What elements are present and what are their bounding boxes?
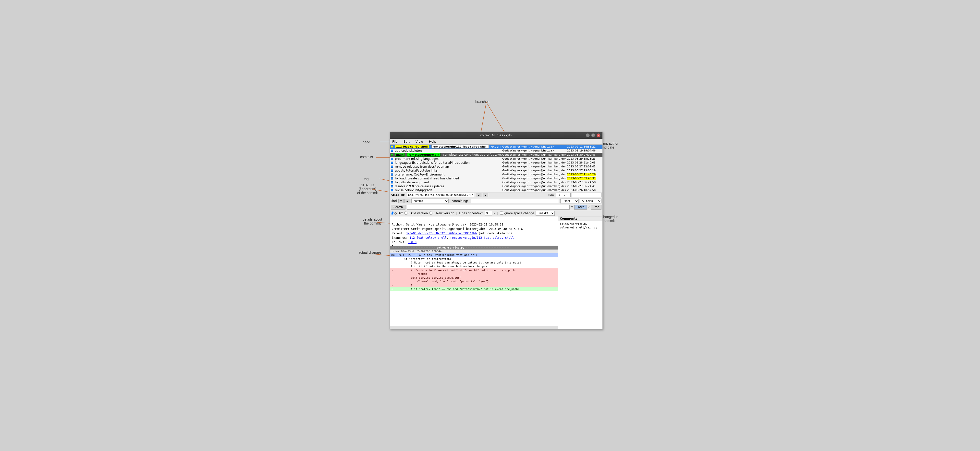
table-row[interactable]: disable 0.9.0 pre-release updates Gerit … xyxy=(390,184,603,188)
comments-header: Comments xyxy=(558,217,603,221)
table-row[interactable]: org rename: CoLRev-Environment Gerit Wag… xyxy=(390,172,603,177)
find-options: Exact IgnCase Regexp All fields Headline… xyxy=(560,199,601,204)
ignore-space-checkbox[interactable]: Ignore space change xyxy=(500,212,534,215)
diff-file-header: --------------------------- colrev/servi… xyxy=(390,246,558,250)
commit-graph: 112-feat-colrev-shell remotes/origin/112… xyxy=(390,145,603,192)
files-list: colrev/service.py colrev/ui_shell/main.p… xyxy=(558,221,603,329)
file-entry[interactable]: colrev/ui_shell/main.py xyxy=(560,226,601,229)
gitk-window: colrev: All files - gitk ─ □ ✕ File Edit… xyxy=(390,132,603,330)
search-input[interactable] xyxy=(407,205,570,210)
label-head: head xyxy=(363,140,370,144)
table-row[interactable]: 112-feat-colrev-shell remotes/origin/112… xyxy=(390,145,603,149)
h-scrollbar[interactable] xyxy=(390,326,558,329)
menu-bar: File Edit View Help xyxy=(390,139,603,145)
menu-edit[interactable]: Edit xyxy=(402,139,411,144)
row-search-input[interactable] xyxy=(572,193,601,197)
search-row: Search ◆ Patch ◇ Tree xyxy=(390,204,603,210)
branch-link-2[interactable]: remotes/origin/112-feat-colrev-shell xyxy=(450,236,514,239)
diff-hunk-line: @@ -59,11 +59,16 @@ class Event(LoggingE… xyxy=(390,253,558,257)
find-next-button[interactable]: ▲ xyxy=(404,199,410,203)
commit-list-area: 112-feat-colrev-shell remotes/origin/112… xyxy=(390,145,603,193)
minimize-button[interactable]: ─ xyxy=(586,133,590,137)
diff-removed-line: - self.service.service_queue.put( xyxy=(390,276,558,280)
table-row[interactable]: main remotes/origin/main completeness co… xyxy=(390,153,603,157)
find-exact-select[interactable]: Exact IgnCase Regexp xyxy=(560,199,579,204)
parent-link[interactable]: 393e948dc3ccc265f8a332707668efec399142bb xyxy=(406,232,477,235)
table-row[interactable]: remove releases from docs/roadmap Gerit … xyxy=(390,165,603,169)
new-version-radio[interactable]: ◇ New version xyxy=(429,212,454,215)
sha1-prev-button[interactable]: ◄ xyxy=(476,193,481,197)
table-row[interactable]: fix pdfs_dir assignment Gerit Wagner <ge… xyxy=(390,180,603,184)
find-type-select[interactable]: commit containing touching paths adding/… xyxy=(411,199,449,204)
tree-tab[interactable]: Tree xyxy=(591,205,601,210)
sha1-value[interactable]: bc332f12a64a47a37a201b0ba2d5febad76c975f xyxy=(407,193,474,197)
right-panel: Comments colrev/service.py colrev/ui_she… xyxy=(558,217,603,329)
table-row[interactable]: add code skeleton Gerit Wagner <gerit.wa… xyxy=(390,149,603,153)
sha1-row: SHA1 ID: bc332f12a64a47a37a201b0ba2d5feb… xyxy=(390,193,603,198)
title-bar: colrev: All files - gitk ─ □ ✕ xyxy=(390,132,603,139)
row-num: 1/ 1750 xyxy=(556,193,571,197)
diff-line: if "priority" in instruction: xyxy=(390,257,558,261)
table-row[interactable]: prep-man: missing languages Gerit Wagner… xyxy=(390,157,603,161)
find-prev-button[interactable]: ▼ xyxy=(398,199,404,203)
find-fields-select[interactable]: All fields Headline Comments Author Comm… xyxy=(580,199,601,204)
row-label: Row xyxy=(548,193,554,197)
loc-dropdown-btn[interactable]: ▾ xyxy=(493,212,495,215)
close-button[interactable]: ✕ xyxy=(597,133,600,137)
label-details: details about the commit xyxy=(360,217,385,225)
label-branches: branches xyxy=(475,100,490,104)
commit-details: Author: Gerit Wagner <gerit.wagner@hec.c… xyxy=(390,217,558,246)
diff-removed-line: - if "colrev load" == cmd and "data/sear… xyxy=(390,268,558,272)
svg-line-0 xyxy=(480,102,486,137)
patch-tab[interactable]: Patch xyxy=(574,205,587,210)
loc-label: Lines of context: xyxy=(459,212,484,215)
diff-content: --------------------------- colrev/servi… xyxy=(390,246,558,326)
linediff-select[interactable]: Line diff Word diff xyxy=(536,211,555,216)
sha1-label: SHA1 ID: xyxy=(391,193,406,197)
label-tag: tag xyxy=(364,177,369,181)
menu-help[interactable]: Help xyxy=(428,139,438,144)
diff-radio[interactable]: ◇ Diff xyxy=(391,212,403,215)
file-entry[interactable]: colrev/service.py xyxy=(560,222,601,226)
diff-removed-line: - return xyxy=(390,272,558,276)
table-row[interactable]: update tutorial/youtube links Gerit Wagn… xyxy=(390,169,603,172)
diff-removed-line: - ) xyxy=(390,283,558,287)
find-containing-label: containing: xyxy=(450,199,469,203)
find-row: Find ▼ ▲ commit containing touching path… xyxy=(390,198,603,204)
label-changes: actual changes xyxy=(358,250,382,254)
table-row[interactable]: languages: fix predictions for editorial… xyxy=(390,161,603,165)
diff-added-line: + # if "colrev load" == cmd and "data/se… xyxy=(390,287,558,291)
follows-link[interactable]: 0.8.0 xyxy=(408,241,417,244)
find-input[interactable] xyxy=(471,199,559,203)
menu-file[interactable]: File xyxy=(391,139,399,144)
maximize-button[interactable]: □ xyxy=(591,133,595,137)
lower-area: Author: Gerit Wagner <gerit.wagner@hec.c… xyxy=(390,217,603,329)
diff-line: # in it if data in the search directory … xyxy=(390,265,558,268)
title-bar-buttons: ─ □ ✕ xyxy=(586,133,600,137)
patch-tree-tabs: ◆ Patch ◇ Tree xyxy=(571,205,601,210)
diff-removed-line: - {"name": cmd, "cmd": cmd, "priority": … xyxy=(390,280,558,283)
menu-view[interactable]: View xyxy=(414,139,425,144)
commit-list-table: 112-feat-colrev-shell remotes/origin/112… xyxy=(390,145,603,192)
diff-line: # Note : colrev load can always be calle… xyxy=(390,261,558,265)
search-button[interactable]: Search xyxy=(391,205,406,210)
find-label: Find xyxy=(391,199,397,203)
table-row[interactable]: fix load: create commit if feed has chan… xyxy=(390,177,603,180)
label-commits: commits xyxy=(360,155,373,159)
sha1-next-button[interactable]: ► xyxy=(483,193,488,197)
old-version-radio[interactable]: ◇ Old version xyxy=(404,212,428,215)
diff-index-line: index 89aa73bd..7e267298 100644 xyxy=(390,250,558,253)
svg-line-1 xyxy=(486,102,507,137)
window-title: colrev: All files - gitk xyxy=(406,133,586,137)
find-arrows: ▼ ▲ xyxy=(398,199,410,203)
loc-input[interactable] xyxy=(485,211,492,215)
table-row[interactable]: revise colrev init/upgrade Gerit Wagner … xyxy=(390,188,603,192)
left-panel: Author: Gerit Wagner <gerit.wagner@hec.c… xyxy=(390,217,558,329)
diff-options-row: ◇ Diff ◇ Old version ◇ New version | Lin… xyxy=(390,210,603,217)
branch-link-1[interactable]: 112-feat-colrev-shell xyxy=(409,236,447,239)
label-sha1-id: SHA1 ID (fingerprint) of the commit xyxy=(353,183,382,195)
